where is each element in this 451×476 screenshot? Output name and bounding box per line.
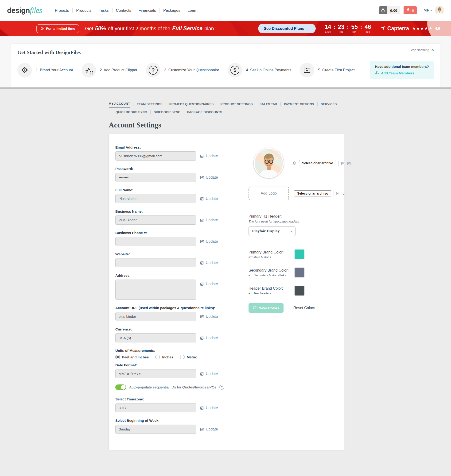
tab-project-questionnaires[interactable]: PROJECT QUESTIONNAIRES bbox=[169, 102, 214, 107]
radio-button[interactable] bbox=[115, 355, 120, 359]
field-control-row: Update bbox=[115, 258, 226, 267]
field-full-name-input[interactable] bbox=[115, 194, 196, 203]
field-account-url-used-within-packages-questionnaire-links-input[interactable] bbox=[115, 312, 196, 321]
app-logo[interactable]: designfiles bbox=[7, 6, 42, 15]
see-discounted-plans-button[interactable]: See Discounted Plans → bbox=[258, 24, 316, 33]
form-row: Auto-populate sequential IDs for Quotes/… bbox=[115, 384, 226, 390]
help-icon[interactable]: ? bbox=[219, 385, 224, 390]
radio-option-inches[interactable]: Inches bbox=[155, 355, 173, 359]
rating-value: 4.6 bbox=[435, 26, 440, 31]
getting-started-card: Get Started with DesignFiles Stop showin… bbox=[11, 43, 440, 87]
update-button[interactable]: Update bbox=[200, 315, 218, 319]
nav-item-products[interactable]: Products bbox=[73, 8, 95, 13]
field-address-textarea[interactable] bbox=[115, 280, 196, 300]
profile-file-button[interactable]: Seleccionar archivo bbox=[299, 160, 336, 166]
add-logo-dropzone[interactable]: Add Logo bbox=[249, 187, 289, 200]
form-row: Select Timezone:Update bbox=[115, 397, 226, 412]
account-settings-card: Email Address:UpdatePassword:UpdateFull … bbox=[109, 134, 344, 450]
radio-label: Inches bbox=[162, 355, 173, 359]
form-row: Password:Update bbox=[115, 167, 226, 182]
add-team-members-link[interactable]: Add Team Members bbox=[375, 71, 429, 76]
onboarding-step-2-add-product-clipper[interactable]: ✂2. Add Product Clipper bbox=[81, 63, 138, 78]
field-control-row: Update bbox=[115, 403, 226, 412]
update-button[interactable]: Update bbox=[200, 239, 218, 244]
color-hint: ex: Secondary buttons/links bbox=[249, 274, 294, 277]
tab-payment-options[interactable]: PAYMENT OPTIONS bbox=[284, 102, 314, 107]
brand-colors: Primary Brand Color:ex: Main buttonsSeco… bbox=[249, 249, 351, 296]
tab-quickbooks-sync[interactable]: QUICKBOOKS SYNC bbox=[116, 110, 147, 115]
field-select-timezone-input[interactable] bbox=[115, 403, 196, 412]
tab-team-settings[interactable]: TEAM SETTINGS bbox=[137, 102, 162, 107]
update-button[interactable]: Update bbox=[200, 282, 218, 286]
update-button[interactable]: Update bbox=[200, 218, 218, 222]
badge-text: For a limited time bbox=[46, 26, 75, 31]
reset-colors-button[interactable]: Reset Colors bbox=[293, 306, 315, 310]
radio-button[interactable] bbox=[180, 355, 185, 359]
radio-option-metric[interactable]: Metric bbox=[180, 355, 197, 359]
field-business-name-input[interactable] bbox=[115, 215, 196, 225]
update-button[interactable]: Update bbox=[200, 372, 218, 376]
field-business-phone-input[interactable] bbox=[115, 237, 196, 246]
update-button[interactable]: Update bbox=[200, 261, 218, 265]
field-website-input[interactable] bbox=[115, 258, 196, 267]
update-button[interactable]: Update bbox=[200, 406, 218, 410]
stop-showing-button[interactable]: Stop showing ✕ bbox=[409, 48, 434, 52]
getting-started-title: Get Started with DesignFiles bbox=[17, 49, 434, 55]
brand-color-row: Primary Brand Color:ex: Main buttons bbox=[249, 249, 351, 260]
nav-item-packages[interactable]: Packages bbox=[160, 8, 184, 13]
tab-sales-tax[interactable]: SALES TAX bbox=[260, 102, 277, 107]
font-dropdown[interactable]: Playfair Display ▾ bbox=[249, 226, 295, 236]
update-button[interactable]: Update bbox=[200, 336, 218, 340]
avatar[interactable] bbox=[435, 6, 444, 15]
radio-option-feet-and-inches[interactable]: Feet and Inches bbox=[115, 355, 149, 359]
settings-page: MY ACCOUNTTEAM SETTINGSPROJECT QUESTIONN… bbox=[109, 89, 345, 450]
onboarding-step-3-customize-your-questionnaire[interactable]: ?3. Customize Your Questionnaire bbox=[146, 63, 219, 78]
update-button[interactable]: Update bbox=[200, 175, 218, 180]
field-label: Account URL (used within packages & ques… bbox=[115, 306, 226, 310]
nav-item-learn[interactable]: Learn bbox=[184, 8, 201, 13]
field-label: Currency: bbox=[115, 327, 226, 331]
color-swatch-header-brand-color[interactable] bbox=[294, 285, 305, 296]
color-swatch-secondary-brand-color[interactable] bbox=[294, 267, 305, 278]
toggle-switch[interactable] bbox=[115, 384, 126, 390]
user-menu[interactable]: Me ▾ bbox=[424, 8, 432, 12]
form-row: Account URL (used within packages & ques… bbox=[115, 306, 226, 321]
tab-package-discounts[interactable]: PACKAGE DISCOUNTS bbox=[187, 110, 222, 115]
onboarding-step-5-create-first-project[interactable]: 5. Create First Project bbox=[300, 63, 355, 78]
divider bbox=[184, 110, 184, 114]
logo-text-design: design bbox=[7, 6, 30, 15]
tab-services[interactable]: SERVICES bbox=[321, 102, 337, 107]
field-control-row: Update bbox=[115, 425, 226, 434]
field-date-format-input[interactable] bbox=[115, 369, 196, 378]
onboarding-step-1-brand-your-account[interactable]: ⚙1. Brand Your Account bbox=[17, 63, 73, 78]
trash-icon[interactable] bbox=[292, 160, 297, 166]
field-currency-input[interactable] bbox=[115, 333, 196, 342]
update-button[interactable]: Update bbox=[200, 197, 218, 201]
field-select-beginning-of-week-input[interactable] bbox=[115, 425, 196, 434]
save-colors-button[interactable]: Save Colors bbox=[249, 303, 283, 313]
update-button[interactable]: Update bbox=[200, 154, 218, 158]
notifications-button[interactable]: 0 bbox=[404, 6, 417, 14]
nav-item-projects[interactable]: Projects bbox=[51, 8, 73, 13]
form-row: Select Beginning of Week:Update bbox=[115, 419, 226, 434]
field-password-input[interactable] bbox=[115, 173, 196, 182]
timer-widget[interactable]: 0:00 bbox=[379, 6, 400, 14]
field-control-row: Update bbox=[115, 312, 226, 321]
onboarding-step-4-set-up-online-payments[interactable]: $4. Set Up Online Payments bbox=[228, 63, 291, 78]
color-swatch-primary-brand-color[interactable] bbox=[294, 249, 305, 260]
tab-product-settings[interactable]: PRODUCT SETTINGS bbox=[220, 102, 253, 107]
tab-sidedoor-sync[interactable]: SIDEDOOR SYNC bbox=[154, 110, 180, 115]
limited-time-badge: For a limited time bbox=[36, 24, 79, 33]
radio-button[interactable] bbox=[155, 355, 160, 359]
tab-my-account[interactable]: MY ACCOUNT bbox=[109, 102, 130, 108]
update-button[interactable]: Update bbox=[200, 427, 218, 431]
field-label: Units of Measurements: bbox=[115, 348, 226, 353]
field-email-address-input[interactable] bbox=[115, 151, 196, 160]
profile-photo-row: Seleccionar archivo pi…pg bbox=[254, 148, 351, 178]
toggle-label: Auto-populate sequential IDs for Quotes/… bbox=[129, 385, 216, 389]
nav-item-tasks[interactable]: Tasks bbox=[95, 8, 112, 13]
field-control-row: Update bbox=[115, 333, 226, 342]
nav-item-contacts[interactable]: Contacts bbox=[113, 8, 135, 13]
nav-item-financials[interactable]: Financials bbox=[135, 8, 159, 13]
logo-file-button[interactable]: Seleccionar archivo bbox=[294, 190, 331, 196]
